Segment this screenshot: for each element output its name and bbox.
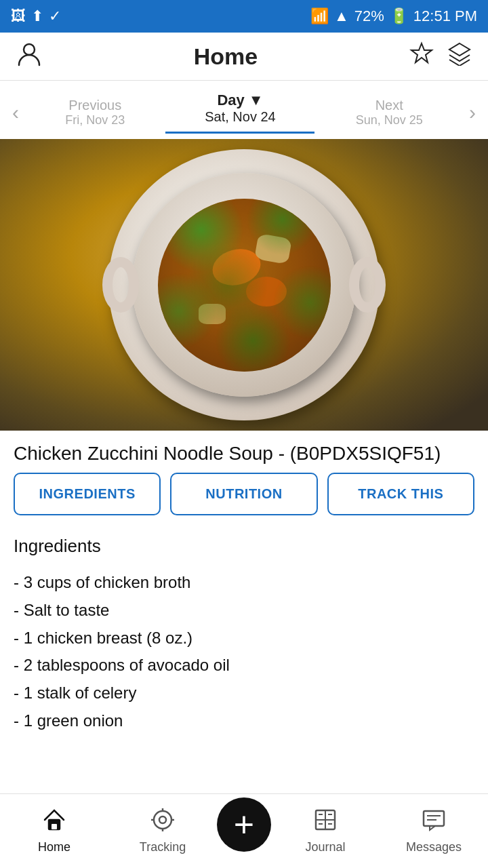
svg-point-6	[159, 816, 166, 823]
tracking-label: Tracking	[140, 840, 186, 854]
nav-journal[interactable]: Journal	[271, 808, 380, 854]
battery-icon: 🔋	[390, 7, 408, 25]
nav-home[interactable]: Home	[0, 808, 108, 854]
svg-point-5	[154, 811, 171, 829]
star-icon[interactable]	[409, 41, 434, 71]
prev-day-label: Previous	[65, 98, 125, 113]
ingredients-heading: Ingredients	[14, 536, 474, 557]
upload-icon: ⬆	[31, 7, 43, 25]
signal-icon: ▲	[334, 7, 349, 25]
nutrition-button[interactable]: NUTRITION	[170, 473, 317, 515]
journal-icon	[313, 808, 338, 837]
tracking-icon	[150, 808, 175, 837]
time-display: 12:51 PM	[413, 7, 477, 25]
action-buttons: INGREDIENTS NUTRITION TRACK THIS	[0, 473, 488, 529]
image-icon: 🖼	[11, 7, 26, 25]
home-icon	[42, 808, 66, 837]
home-label: Home	[38, 840, 70, 854]
wifi-icon: 📶	[310, 7, 329, 25]
ingredient-item: - 1 chicken breast (8 oz.)	[14, 625, 474, 652]
day-selector: ‹ Previous Fri, Nov 23 Day ▼ Sat, Nov 24…	[0, 81, 488, 134]
svg-marker-1	[411, 43, 432, 62]
svg-rect-18	[424, 811, 444, 826]
profile-icon[interactable]	[16, 41, 42, 72]
layers-icon[interactable]	[447, 41, 472, 71]
ingredients-button[interactable]: INGREDIENTS	[14, 473, 161, 515]
add-icon: +	[234, 807, 254, 842]
messages-label: Messages	[406, 840, 462, 854]
journal-label: Journal	[305, 840, 345, 854]
current-day-label: Day ▼	[165, 92, 314, 109]
ingredient-list: - 3 cups of chicken broth - Salt to tast…	[14, 569, 474, 735]
bottom-nav: Home Tracking +	[0, 793, 488, 868]
ingredient-item: - 3 cups of chicken broth	[14, 569, 474, 597]
recipe-title: Chicken Zucchini Noodle Soup - (B0PDX5SI…	[0, 431, 488, 473]
ingredient-item: - 1 stalk of celery	[14, 679, 474, 707]
food-image	[0, 139, 488, 431]
next-day-date: Sun, Nov 25	[356, 113, 423, 127]
svg-point-0	[24, 44, 35, 55]
check-icon: ✓	[49, 7, 61, 25]
status-bar: 🖼 ⬆ ✓ 📶 ▲ 72% 🔋 12:51 PM	[0, 0, 488, 33]
nav-tracking[interactable]: Tracking	[108, 808, 217, 854]
svg-marker-2	[449, 43, 470, 56]
nav-add-button[interactable]: +	[217, 797, 271, 852]
current-day[interactable]: Day ▼ Sat, Nov 24	[165, 92, 314, 134]
page-title: Home	[194, 43, 258, 70]
dropdown-arrow-icon: ▼	[249, 92, 264, 109]
ingredients-section: Ingredients - 3 cups of chicken broth - …	[0, 529, 488, 749]
prev-day-date: Fri, Nov 23	[65, 113, 125, 127]
next-day[interactable]: Next Sun, Nov 25	[356, 98, 423, 127]
next-day-label: Next	[356, 98, 423, 113]
status-right: 📶 ▲ 72% 🔋 12:51 PM	[310, 7, 477, 25]
battery-level: 72%	[354, 7, 384, 25]
nav-messages[interactable]: Messages	[380, 808, 488, 854]
messages-icon	[422, 808, 446, 837]
top-nav-bar: Home	[0, 33, 488, 81]
ingredient-item: - 1 green onion	[14, 707, 474, 735]
ingredient-item: - 2 tablespoons of avocado oil	[14, 652, 474, 679]
next-arrow[interactable]: ›	[464, 101, 481, 124]
current-day-date: Sat, Nov 24	[165, 109, 314, 125]
svg-rect-4	[52, 824, 57, 829]
track-this-button[interactable]: TRACK THIS	[327, 473, 474, 515]
ingredient-item: - Salt to taste	[14, 597, 474, 625]
prev-arrow[interactable]: ‹	[7, 101, 24, 124]
status-left: 🖼 ⬆ ✓	[11, 7, 61, 25]
previous-day[interactable]: Previous Fri, Nov 23	[65, 98, 125, 127]
